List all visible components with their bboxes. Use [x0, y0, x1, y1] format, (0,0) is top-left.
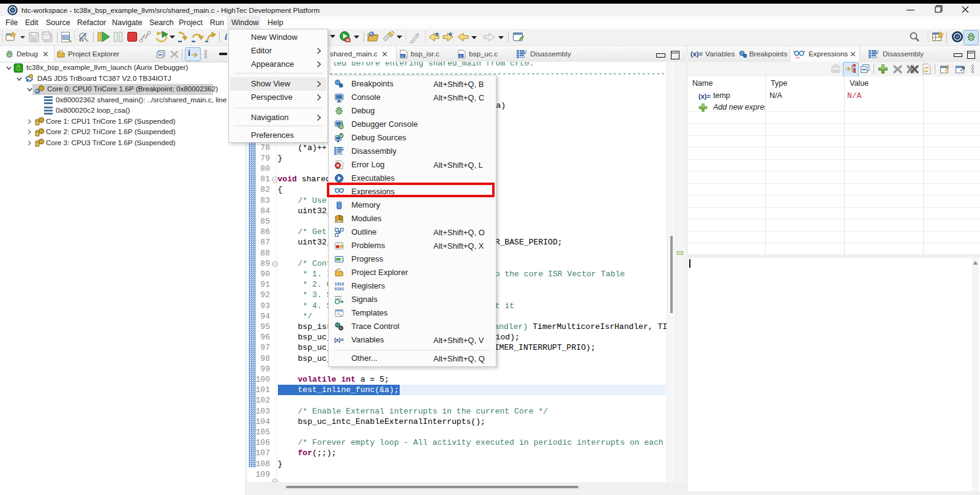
svg-text:0101: 0101 [335, 287, 345, 292]
svg-text:1010: 1010 [335, 282, 345, 287]
svg-text:i: i [225, 32, 228, 42]
svg-text:(x)=: (x)= [334, 337, 343, 343]
svg-text:x=: x= [796, 56, 800, 59]
svg-text:.c: .c [401, 54, 404, 58]
svg-text:010: 010 [63, 36, 69, 39]
svg-text:.c: .c [459, 54, 462, 58]
